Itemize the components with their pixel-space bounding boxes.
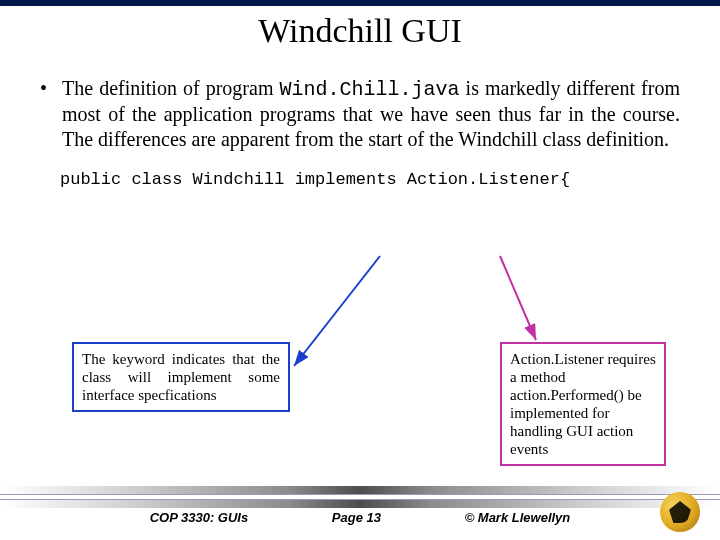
paragraph-text: The definition of program Wind.Chill.jav… bbox=[62, 76, 680, 152]
body-paragraph: • The definition of program Wind.Chill.j… bbox=[40, 76, 680, 152]
arrow-magenta-line bbox=[500, 256, 536, 340]
ucf-logo-icon bbox=[660, 492, 700, 532]
bullet-icon: • bbox=[40, 76, 62, 152]
slide: Windchill GUI • The definition of progra… bbox=[0, 0, 720, 540]
para-pre: The definition of program bbox=[62, 77, 280, 99]
arrow-blue-line bbox=[294, 256, 380, 366]
footer-text: COP 3330: GUIs Page 13 © Mark Llewellyn bbox=[0, 510, 720, 525]
slide-title: Windchill GUI bbox=[0, 12, 720, 50]
callout-keyword: The keyword indicates that the class wil… bbox=[72, 342, 290, 412]
code-line: public class Windchill implements Action… bbox=[60, 170, 720, 189]
footer-bar bbox=[0, 494, 720, 500]
footer-copyright: © Mark Llewellyn bbox=[465, 510, 571, 525]
footer: COP 3330: GUIs Page 13 © Mark Llewellyn bbox=[0, 486, 720, 540]
para-code: Wind.Chill.java bbox=[280, 78, 460, 101]
callout-actionlistener: Action.Listener requires a method action… bbox=[500, 342, 666, 466]
footer-course: COP 3330: GUIs bbox=[150, 510, 249, 525]
footer-page: Page 13 bbox=[332, 510, 381, 525]
